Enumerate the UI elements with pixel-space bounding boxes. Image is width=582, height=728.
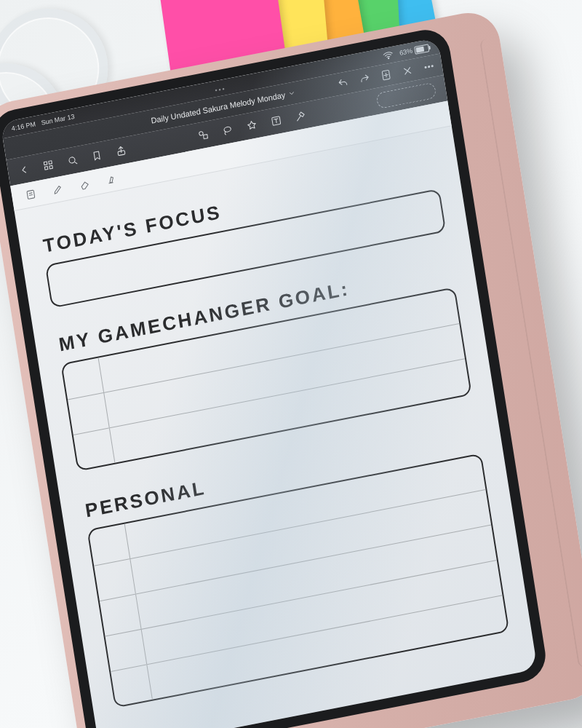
checkbox-cell[interactable] <box>100 594 142 636</box>
svg-rect-8 <box>49 165 53 169</box>
tablet-screen: 4:16 PM Sun Mar 13 63% <box>0 38 537 728</box>
outline-icon[interactable] <box>24 188 37 202</box>
svg-point-2 <box>425 66 426 68</box>
planner-page[interactable]: TODAY'S FOCUS MY GAMECHANGER GOAL: PERSO… <box>15 126 531 712</box>
svg-rect-7 <box>44 167 48 170</box>
checkbox-cell[interactable] <box>111 665 153 706</box>
search-icon[interactable] <box>66 154 79 167</box>
highlighter-tool-icon[interactable] <box>105 172 119 186</box>
status-date: Sun Mar 13 <box>41 113 75 127</box>
wifi-icon <box>381 49 394 63</box>
svg-point-11 <box>199 131 203 135</box>
add-page-icon[interactable] <box>380 68 393 82</box>
shapes-tool-icon[interactable] <box>196 128 210 142</box>
svg-rect-10 <box>118 151 125 156</box>
redo-icon[interactable] <box>358 72 371 86</box>
svg-point-4 <box>431 66 433 67</box>
desk-scene: 4:16 PM Sun Mar 13 63% <box>0 0 582 728</box>
svg-rect-6 <box>49 161 52 165</box>
svg-rect-5 <box>44 162 47 165</box>
status-time: 4:16 PM <box>11 120 36 132</box>
undo-icon[interactable] <box>337 76 350 90</box>
checkbox-cell[interactable] <box>94 559 136 601</box>
back-icon[interactable] <box>17 163 31 177</box>
battery-percent: 63% <box>399 47 412 57</box>
tablet-bezel: 4:16 PM Sun Mar 13 63% <box>0 25 549 728</box>
share-icon[interactable] <box>114 144 127 158</box>
eraser-tool-icon[interactable] <box>79 177 92 191</box>
close-icon[interactable] <box>401 64 414 78</box>
lasso-tool-icon[interactable] <box>221 124 234 138</box>
svg-rect-15 <box>27 190 35 199</box>
battery-indicator: 63% <box>399 44 429 58</box>
svg-rect-12 <box>204 135 208 139</box>
svg-point-13 <box>224 127 231 132</box>
svg-point-9 <box>68 157 75 163</box>
bookmark-icon[interactable] <box>90 149 103 163</box>
more-icon[interactable] <box>423 60 436 74</box>
svg-point-0 <box>388 58 389 59</box>
text-tool-icon[interactable] <box>270 114 283 128</box>
checkbox-cell[interactable] <box>89 524 131 566</box>
checkbox-cell[interactable] <box>68 393 110 435</box>
laser-tool-icon[interactable] <box>294 109 307 123</box>
tablet-case: 4:16 PM Sun Mar 13 63% <box>0 7 582 728</box>
pen-tool-icon[interactable] <box>52 183 65 197</box>
favorites-icon[interactable] <box>245 119 258 132</box>
checkbox-cell[interactable] <box>105 630 148 671</box>
grid-thumbnails-icon[interactable] <box>41 159 55 173</box>
checkbox-cell[interactable] <box>62 357 104 399</box>
chevron-down-icon <box>287 89 295 98</box>
checkbox-cell[interactable] <box>73 428 116 470</box>
svg-point-3 <box>428 66 429 67</box>
